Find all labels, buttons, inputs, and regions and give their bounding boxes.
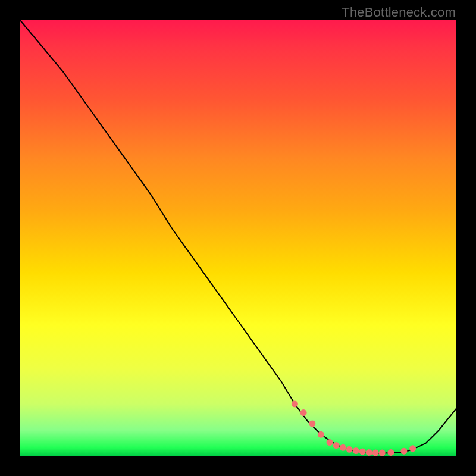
highlight-dot (292, 400, 298, 407)
highlight-dot (372, 450, 379, 456)
highlight-dot (346, 446, 353, 453)
highlight-dot (309, 421, 315, 427)
highlight-dot (359, 448, 366, 455)
highlight-dot (353, 447, 359, 454)
highlight-dot (366, 449, 372, 456)
highlight-dot (327, 439, 333, 446)
highlight-dot (409, 445, 416, 452)
highlight-dot (400, 448, 407, 455)
highlight-dot (300, 409, 307, 416)
highlight-dots (292, 400, 416, 456)
bottleneck-curve (20, 20, 456, 453)
highlight-dot (387, 449, 394, 456)
highlight-dot (379, 450, 386, 456)
watermark-text: TheBottleneck.com (342, 5, 456, 20)
chart-overlay (20, 20, 456, 456)
highlight-dot (333, 442, 340, 449)
highlight-dot (318, 431, 324, 438)
highlight-dot (340, 444, 346, 451)
